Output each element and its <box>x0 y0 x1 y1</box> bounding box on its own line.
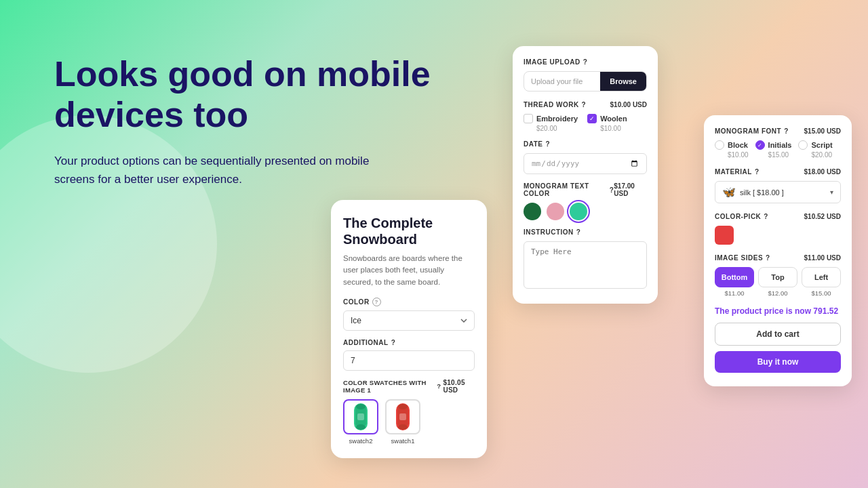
initials-label: Initials <box>768 141 792 149</box>
monogram-font-info-icon: ? <box>784 127 789 135</box>
additional-info-icon: ? <box>391 339 396 346</box>
color-green-dot[interactable] <box>524 203 541 220</box>
color-pick-label: COLOR-PICK ? <box>715 213 768 220</box>
color-swatch-row <box>524 203 647 220</box>
date-input[interactable] <box>524 153 647 174</box>
thread-header: THREAD WORK ? $10.00 USD <box>524 101 647 108</box>
material-value: silk [ $18.00 ] <box>740 188 826 197</box>
color-pick-header: COLOR-PICK ? $10.52 USD <box>715 213 841 220</box>
monogram-color-section: MONOGRAM TEXT COLOR ? $17.00 USD <box>524 182 647 220</box>
embroidery-checkbox[interactable] <box>524 114 533 123</box>
svg-rect-9 <box>399 413 406 420</box>
image-sides-price: $11.00 USD <box>804 254 841 262</box>
sub-text: Your product options can be sequentially… <box>54 152 380 188</box>
upload-card: IMAGE UPLOAD ? Upload your file Browse T… <box>513 46 658 304</box>
woolen-price: $10.00 <box>587 125 627 132</box>
svg-point-7 <box>398 424 408 430</box>
thread-section: THREAD WORK ? $10.00 USD Embroidery $20.… <box>524 101 647 132</box>
initials-option[interactable]: Initials $15.00 <box>755 140 792 159</box>
material-header: MATERIAL ? $18.00 USD <box>715 168 841 176</box>
color-teal-dot[interactable] <box>570 203 587 220</box>
block-radio[interactable] <box>715 140 724 150</box>
swatch-item-2[interactable]: swatch1 <box>385 399 420 445</box>
material-chevron-icon: ▾ <box>830 188 833 196</box>
swatch-item-1[interactable]: swatch2 <box>343 399 378 445</box>
script-radio[interactable] <box>798 140 808 150</box>
embroidery-option[interactable]: Embroidery $20.00 <box>524 114 578 132</box>
browse-button[interactable]: Browse <box>600 72 646 91</box>
material-label: MATERIAL ? <box>715 168 760 176</box>
snowboard-red-icon <box>391 401 415 432</box>
swatch-img-2[interactable] <box>385 399 420 434</box>
image-upload-info-icon: ? <box>583 58 588 66</box>
instruction-info-icon: ? <box>576 228 581 236</box>
embroidery-price: $20.00 <box>524 125 578 132</box>
bottom-button[interactable]: Bottom <box>715 267 754 287</box>
price-now: The product price is now 791.52 <box>715 306 841 316</box>
additional-label: ADDITIONAL ? <box>343 339 475 346</box>
monogram-color-label: MONOGRAM TEXT COLOR ? <box>524 182 614 197</box>
block-price: $10.00 <box>715 151 749 159</box>
woolen-option[interactable]: Woolen $10.00 <box>587 114 627 132</box>
font-options: Block $10.00 Initials $15.00 Script $20.… <box>715 140 841 159</box>
side-prices: $11.00 $12.00 $15.00 <box>715 289 841 297</box>
image-sides-label: IMAGE SIDES ? <box>715 254 770 262</box>
color-pink-dot[interactable] <box>547 203 564 220</box>
monogram-font-label: MONOGRAM FONT ? <box>715 127 789 135</box>
date-section: DATE ? <box>524 140 647 174</box>
material-icon: 🦋 <box>722 186 736 199</box>
instruction-textarea[interactable] <box>524 241 647 289</box>
svg-point-8 <box>398 404 408 409</box>
color-pick-dot[interactable] <box>715 226 734 245</box>
color-pick-info-icon: ? <box>764 213 768 220</box>
bottom-price: $11.00 <box>715 289 754 297</box>
image-sides-header: IMAGE SIDES ? $11.00 USD <box>715 254 841 262</box>
svg-point-2 <box>356 424 366 430</box>
main-heading: Looks good on mobile devices too <box>54 54 434 136</box>
thread-label: THREAD WORK ? <box>524 101 586 108</box>
block-option[interactable]: Block $10.00 <box>715 140 749 159</box>
date-info-icon: ? <box>545 140 550 148</box>
script-label: Script <box>811 141 832 149</box>
initials-radio[interactable] <box>755 140 765 150</box>
monogram-color-price: $17.00 USD <box>614 182 647 197</box>
embroidery-label: Embroidery <box>536 115 578 123</box>
left-button[interactable]: Left <box>802 267 841 287</box>
woolen-checkbox[interactable] <box>587 114 597 123</box>
left-content: Looks good on mobile devices too Your pr… <box>54 54 434 188</box>
upload-placeholder: Upload your file <box>524 72 600 91</box>
swatches-info-icon: ? <box>437 382 441 390</box>
material-select[interactable]: 🦋 silk [ $18.00 ] ▾ <box>715 181 841 203</box>
date-header: DATE ? <box>524 140 647 148</box>
image-sides-options: Bottom Top Left <box>715 267 841 287</box>
additional-input[interactable] <box>343 350 475 371</box>
instruction-label: INSTRUCTION ? <box>524 228 580 236</box>
woolen-label: Woolen <box>600 115 627 123</box>
material-info-icon: ? <box>755 168 760 176</box>
script-option[interactable]: Script $20.00 <box>798 140 832 159</box>
price-value: 791.52 <box>813 306 838 316</box>
product-title: The Complete Snowboard <box>343 215 475 247</box>
monogram-color-info-icon: ? <box>610 186 614 194</box>
monogram-color-header: MONOGRAM TEXT COLOR ? $17.00 USD <box>524 182 647 197</box>
product-desc: Snowboards are boards where the user pla… <box>343 253 475 288</box>
image-upload-label: IMAGE UPLOAD ? <box>524 58 587 66</box>
material-price: $18.00 USD <box>804 168 841 176</box>
monogram-font-header: MONOGRAM FONT ? $15.00 USD <box>715 127 841 135</box>
date-label: DATE ? <box>524 140 550 148</box>
add-to-cart-button[interactable]: Add to cart <box>715 323 841 346</box>
color-info-icon: ? <box>372 298 381 306</box>
initials-price: $15.00 <box>755 151 789 159</box>
thread-info-icon: ? <box>582 101 587 108</box>
top-button[interactable]: Top <box>758 267 797 287</box>
svg-point-3 <box>356 404 366 409</box>
swatch-img-1[interactable] <box>343 399 378 434</box>
monogram-font-price: $15.00 USD <box>804 127 841 135</box>
right-card: MONOGRAM FONT ? $15.00 USD Block $10.00 … <box>704 115 852 386</box>
buy-now-button[interactable]: Buy it now <box>715 351 841 373</box>
color-select[interactable]: Ice <box>343 310 475 331</box>
upload-row: Upload your file Browse <box>524 71 647 92</box>
top-price: $12.00 <box>758 289 797 297</box>
instruction-header: INSTRUCTION ? <box>524 228 647 236</box>
snowboard-green-icon <box>349 401 373 432</box>
